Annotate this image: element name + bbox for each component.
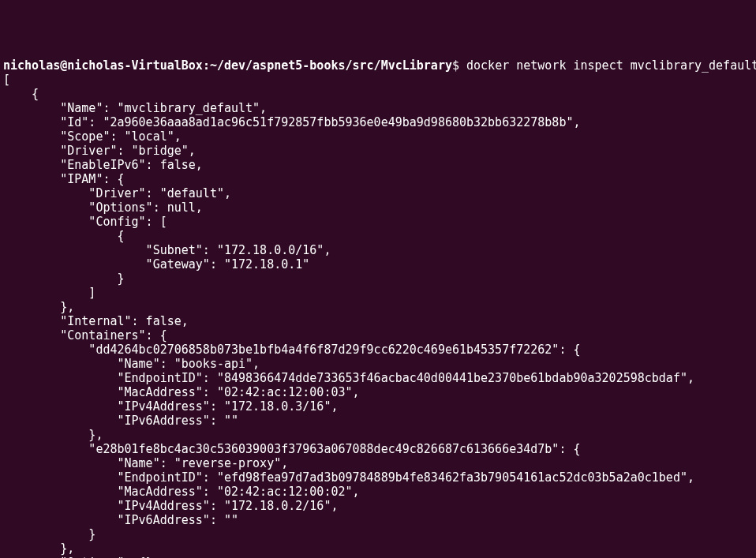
prompt-line: nicholas@nicholas-VirtualBox:~/dev/aspne…	[3, 58, 756, 73]
prompt-space	[459, 58, 466, 73]
prompt-dollar: $	[452, 58, 459, 73]
terminal-window[interactable]: nicholas@nicholas-VirtualBox:~/dev/aspne…	[3, 58, 753, 558]
prompt-path: ~/dev/aspnet5-books/src/MvcLibrary	[210, 58, 452, 73]
command-text: docker network inspect mvclibrary_defaul…	[466, 58, 756, 73]
prompt-separator: :	[203, 58, 210, 73]
prompt-user-host: nicholas@nicholas-VirtualBox	[3, 58, 203, 73]
terminal-output: [ { "Name": "mvclibrary_default", "Id": …	[3, 73, 753, 558]
